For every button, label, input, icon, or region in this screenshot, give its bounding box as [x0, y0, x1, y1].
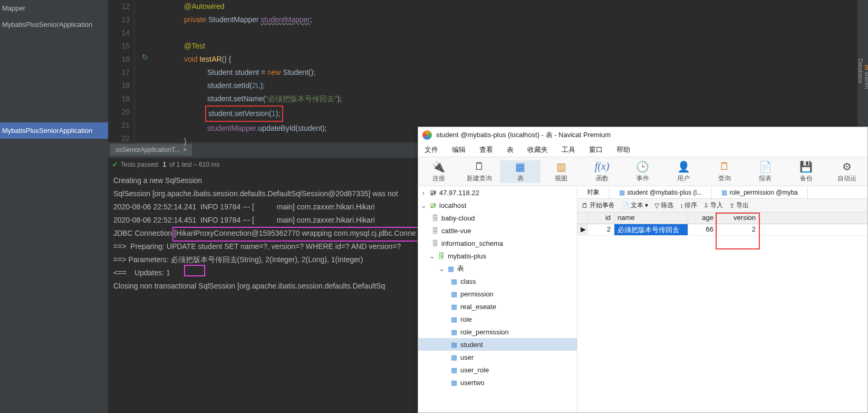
- code-keyword: new: [267, 68, 281, 76]
- menu-tools[interactable]: 工具: [562, 145, 575, 155]
- tb-function[interactable]: f(x)函数: [582, 160, 622, 183]
- code-text: () {: [222, 55, 232, 63]
- tree-db[interactable]: 🗄baby-cloud: [418, 212, 577, 224]
- tree-table-item[interactable]: ▦usertwo: [418, 376, 577, 389]
- menu-fav[interactable]: 收藏夹: [527, 145, 548, 155]
- tb-table[interactable]: ▦表: [500, 160, 541, 183]
- tb-query[interactable]: 🗒查询: [704, 160, 745, 183]
- tree-table-item[interactable]: ▦role: [418, 313, 577, 325]
- backup-icon: 💾: [799, 160, 814, 173]
- btn-import[interactable]: ⇩ 导入: [703, 201, 723, 210]
- col-age[interactable]: age: [688, 213, 717, 224]
- code-keyword: private: [184, 15, 206, 24]
- tb-auto[interactable]: ⚙自动运: [827, 160, 867, 183]
- tree-tables-node[interactable]: ⌄▦表: [418, 262, 577, 275]
- tree-table-item[interactable]: ▦real_eseate: [418, 300, 577, 313]
- menu-view[interactable]: 查看: [479, 145, 493, 155]
- clock-icon: 🕒: [635, 160, 650, 173]
- menu-file[interactable]: 文件: [425, 145, 438, 155]
- database-tool-button[interactable]: Database: [857, 6, 864, 136]
- code-method: testAR: [200, 55, 222, 63]
- tree-db-open[interactable]: ⌄🗄mybatis-plus: [418, 249, 577, 262]
- btn-begin-tx[interactable]: 🗒 开始事务: [582, 201, 615, 210]
- tab-role-permission[interactable]: ▦role_permission @myba: [712, 186, 808, 198]
- gutter-icons: ↻: [134, 0, 156, 142]
- code-text: );: [260, 81, 265, 90]
- tb-event[interactable]: 🕒事件: [622, 160, 663, 183]
- code-text: ;: [310, 15, 312, 24]
- menu-edit[interactable]: 编辑: [452, 145, 466, 155]
- tree-table-item[interactable]: ▦user: [418, 351, 577, 363]
- tab-label: role_permission @myba: [729, 189, 798, 196]
- table-icon: ▦: [721, 189, 727, 196]
- object-tabs[interactable]: 对象 ▦student @mybatis-plus (l... ▦role_pe…: [577, 186, 867, 199]
- menu-help[interactable]: 帮助: [616, 145, 630, 155]
- project-tree[interactable]: Mapper MybatisPlusSeniorApplication Myba…: [0, 0, 108, 413]
- code-keyword: void: [184, 55, 198, 63]
- tab-objects[interactable]: 对象: [577, 186, 610, 198]
- tb-label: 函数: [596, 174, 609, 183]
- menu-table[interactable]: 表: [507, 145, 514, 155]
- tree-label: real_eseate: [460, 303, 496, 311]
- col-id[interactable]: id: [588, 213, 614, 224]
- col-name[interactable]: name: [614, 213, 688, 224]
- tb-view[interactable]: ▥视图: [541, 160, 581, 183]
- code-annotation: @Autowired: [184, 2, 224, 11]
- navicat-window[interactable]: student @mybatis-plus (localhost) - 表 - …: [418, 127, 868, 413]
- maven-tool-button[interactable]: m Maven: [864, 18, 868, 136]
- tab-active[interactable]: usSeniorApplicationT... ×: [110, 144, 192, 156]
- tb-label: 表: [517, 174, 524, 183]
- tb-label: 备份: [800, 174, 813, 183]
- btn-filter[interactable]: ▽ 筛选: [654, 201, 673, 210]
- code-annotation: @Test: [184, 42, 205, 50]
- tb-user[interactable]: 👤用户: [663, 160, 704, 183]
- table-icon: ▦: [450, 290, 458, 298]
- query-icon: 🗒: [472, 160, 487, 173]
- tree-table-item[interactable]: ▦user_role: [418, 363, 577, 376]
- tb-backup[interactable]: 💾备份: [786, 160, 826, 183]
- tree-item-selected[interactable]: MybatisPlusSeniorApplication: [0, 122, 108, 139]
- code-text: );: [337, 94, 342, 103]
- tree-label: localhost: [439, 201, 466, 209]
- data-grid[interactable]: id name age version ▶ 2 必须把版本号传回去 66 2: [577, 213, 867, 412]
- code-text: .updateById(student);: [256, 124, 327, 132]
- right-tool-strip[interactable]: Database m Maven: [857, 0, 868, 142]
- function-icon: f(x): [595, 160, 610, 173]
- tb-connect[interactable]: 🔌连接: [418, 160, 459, 183]
- menu-bar[interactable]: 文件 编辑 查看 表 收藏夹 工具 窗口 帮助: [418, 143, 867, 157]
- tree-table-item[interactable]: ▦role_permission: [418, 325, 577, 338]
- tab-student[interactable]: ▦student @mybatis-plus (l...: [610, 186, 712, 198]
- tree-label: permission: [460, 290, 494, 298]
- window-title-bar[interactable]: student @mybatis-plus (localhost) - 表 - …: [418, 127, 867, 143]
- code-string: "必须把版本号传回去": [266, 94, 337, 103]
- btn-sort[interactable]: ↕ 排序: [680, 201, 697, 210]
- tree-table-student[interactable]: ▦student: [418, 338, 577, 351]
- tree-conn-ip[interactable]: ›🖳47.97.118.22: [418, 186, 577, 199]
- tree-item-mapper[interactable]: Mapper: [0, 0, 108, 16]
- code-editor[interactable]: 12131415161718192021222324 ↻ @Autowired …: [108, 0, 868, 142]
- tree-table-item[interactable]: ▦class: [418, 275, 577, 287]
- btn-export[interactable]: ⇧ 导出: [729, 201, 749, 210]
- cell-age[interactable]: 66: [688, 224, 717, 235]
- main-toolbar[interactable]: 🔌连接 🗒新建查询 ▦表 ▥视图 f(x)函数 🕒事件 👤用户 🗒查询 📄报表 …: [418, 157, 867, 186]
- tree-db[interactable]: 🗄cattle-vue: [418, 224, 577, 237]
- test-of: of 1 test – 610 ms: [169, 161, 219, 168]
- tab-label: 对象: [587, 188, 600, 197]
- code-type: StudentMapper: [208, 15, 259, 24]
- tb-report[interactable]: 📄报表: [745, 160, 786, 183]
- tree-label: usertwo: [460, 379, 485, 387]
- cell-id[interactable]: 2: [588, 224, 614, 235]
- tree-db[interactable]: 🗄information_schema: [418, 237, 577, 249]
- tab-label: student @mybatis-plus (l...: [627, 189, 702, 196]
- btn-text[interactable]: 📄 文本 ▾: [621, 201, 648, 210]
- tree-table-item[interactable]: ▦permission: [418, 287, 577, 300]
- tree-label: 47.97.118.22: [439, 189, 479, 197]
- connection-tree[interactable]: ›🖳47.97.118.22 ⌄🖳localhost 🗄baby-cloud 🗄…: [418, 186, 577, 412]
- tree-item-app[interactable]: MybatisPlusSeniorApplication: [0, 16, 108, 33]
- code-text: }: [184, 137, 187, 146]
- tb-newquery[interactable]: 🗒新建查询: [459, 160, 499, 183]
- data-toolbar[interactable]: 🗒 开始事务 📄 文本 ▾ ▽ 筛选 ↕ 排序 ⇩ 导入 ⇧ 导出: [577, 199, 867, 213]
- cell-name[interactable]: 必须把版本号传回去: [614, 224, 688, 235]
- tree-conn-localhost[interactable]: ⌄🖳localhost: [418, 199, 577, 212]
- menu-window[interactable]: 窗口: [589, 145, 603, 155]
